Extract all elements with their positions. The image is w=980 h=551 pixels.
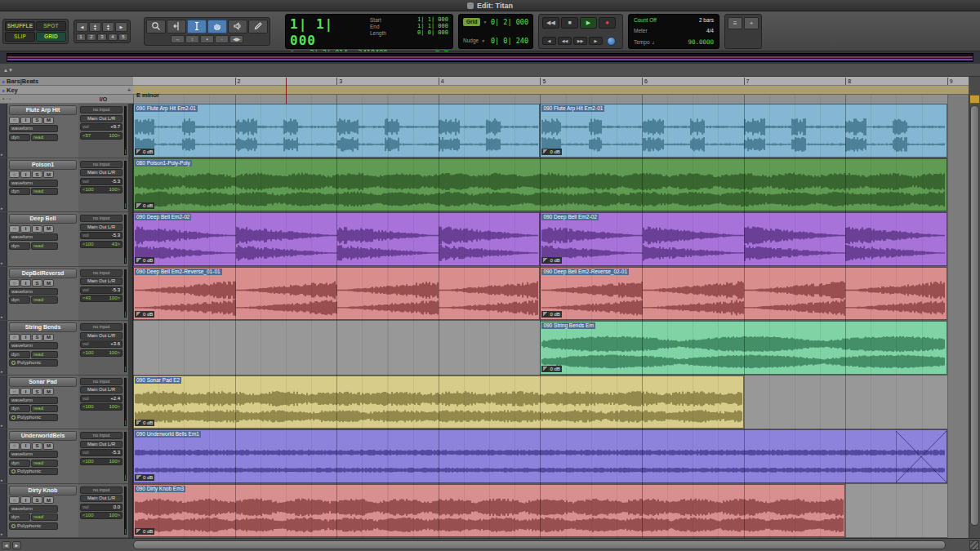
mute-button[interactable]: M <box>43 279 54 287</box>
meter-value[interactable]: 4/4 <box>706 28 714 34</box>
track-lane[interactable]: 090 Deep Bell Em2-Reverse_01-010 dB090 D… <box>133 267 947 322</box>
track-lane[interactable]: 090 Deep Bell Em2-020 dB090 Deep Bell Em… <box>133 212 947 267</box>
track-view-selector[interactable]: waveform <box>9 125 58 132</box>
nudge-value[interactable]: 0| 0| 240 <box>491 37 528 45</box>
record-button[interactable]: ● <box>599 17 616 29</box>
track-expand-arrow[interactable]: ▸ <box>1 369 3 374</box>
dyn-selector[interactable]: dyn <box>9 296 30 304</box>
go-to-start-button[interactable]: ◀ <box>542 37 556 45</box>
tab-to-transient-button[interactable]: ◀▶ <box>229 35 243 43</box>
volume-display[interactable]: vol+2.4 <box>80 395 122 402</box>
timebase-label[interactable]: Bars|Beats <box>7 78 38 85</box>
volume-display[interactable]: vol+9.7 <box>80 123 122 131</box>
selection-start-value[interactable]: 1| 1| 000 <box>417 17 448 23</box>
input-monitor-button[interactable]: I <box>20 225 31 233</box>
audio-clip[interactable]: 090 Deep Bell Em2-Reverse_01-010 dB <box>133 267 540 321</box>
dyn-selector[interactable]: dyn <box>9 242 30 250</box>
pencil-tool-button[interactable] <box>248 20 268 33</box>
automation-mode-selector[interactable]: read <box>31 188 58 195</box>
automation-mode-selector[interactable]: read <box>31 513 58 521</box>
automation-mode-selector[interactable]: read <box>31 460 58 467</box>
volume-display[interactable]: vol-5.3 <box>80 449 122 456</box>
input-monitor-button[interactable]: I <box>20 334 31 341</box>
output-selector[interactable]: Main Out L/R <box>80 441 122 448</box>
input-monitor-button[interactable]: I <box>20 279 31 287</box>
audio-clip[interactable]: 090 Sonar Pad E20 dB <box>133 375 744 429</box>
automation-mode-selector[interactable]: read <box>31 296 58 304</box>
solo-button[interactable]: S <box>32 334 42 341</box>
input-selector[interactable]: no input <box>80 378 122 385</box>
record-enable-button[interactable]: ○ <box>9 225 20 233</box>
track-view-selector[interactable]: waveform <box>9 233 58 241</box>
track-expand-arrow[interactable]: ▸ <box>1 260 3 265</box>
output-selector[interactable]: Main Out L/R <box>80 169 122 176</box>
record-enable-button[interactable]: ○ <box>9 279 20 287</box>
input-selector[interactable]: no input <box>80 487 122 494</box>
pan-display[interactable]: <57100> <box>80 132 122 140</box>
mute-button[interactable]: M <box>43 117 54 124</box>
clip-name-label[interactable]: 090 Deep Bell Em2-02 <box>541 214 598 220</box>
zoom-out-button[interactable]: ◀ <box>76 22 88 32</box>
link-track-edit-button[interactable]: ↕ <box>185 35 199 43</box>
subbar-collapse-icon[interactable]: ▲▼ <box>3 68 13 73</box>
record-enable-button[interactable]: ○ <box>9 442 20 450</box>
track-name[interactable]: Poison1 <box>9 160 77 170</box>
audio-zoom-button[interactable]: ▲▼ <box>89 22 101 32</box>
solo-button[interactable]: S <box>32 117 42 124</box>
track-name[interactable]: DepBelReversd <box>9 269 77 278</box>
volume-display[interactable]: vol-5.3 <box>80 287 122 294</box>
toolbar-extra-button-2[interactable]: + <box>744 17 759 29</box>
stop-button[interactable]: ■ <box>561 17 578 29</box>
bars-ruler[interactable]: 23456789 <box>133 77 969 86</box>
track-name[interactable]: Deep Bell <box>9 214 77 224</box>
track-name[interactable]: UnderworldBels <box>9 431 77 441</box>
track-lane[interactable]: 080 Poison1-Poly-Poly0 dB <box>133 158 947 213</box>
dyn-selector[interactable]: dyn <box>9 188 30 195</box>
track-view-selector[interactable]: waveform <box>9 288 58 295</box>
clip-name-label[interactable]: 090 Deep Bell Em2-Reverse_02-01 <box>541 269 629 275</box>
output-selector[interactable]: Main Out L/R <box>80 278 122 285</box>
track-expand-arrow[interactable]: ▸ <box>1 314 3 319</box>
input-selector[interactable]: no input <box>80 106 122 113</box>
audio-clip[interactable]: 090 Underworld Bells Em10 dB <box>133 429 947 483</box>
trim-tool-button[interactable] <box>167 20 186 33</box>
solo-button[interactable]: S <box>32 388 42 395</box>
selection-length-value[interactable]: 0| 0| 000 <box>417 30 448 36</box>
return-to-zero-button[interactable]: ◀◀ <box>542 17 559 29</box>
grid-value[interactable]: 0| 2| 000 <box>491 18 528 26</box>
universe-strip[interactable] <box>7 53 973 62</box>
volume-display[interactable]: vol+3.6 <box>80 340 122 348</box>
pan-display[interactable]: <100100> <box>80 458 122 465</box>
grid-value-button[interactable]: Grid <box>463 18 480 26</box>
elastic-audio-selector[interactable]: Polyphonic <box>9 522 58 530</box>
automation-mode-selector[interactable]: read <box>31 405 58 412</box>
grabber-tool-button[interactable] <box>207 20 227 33</box>
mirror-midi-button[interactable]: ◦ <box>215 35 229 43</box>
scroll-right-button[interactable]: ▶ <box>12 541 21 549</box>
play-button[interactable]: ▶ <box>580 17 597 29</box>
pan-display[interactable]: <100100> <box>80 512 122 519</box>
record-enable-button[interactable]: ○ <box>9 388 20 395</box>
rewind-button[interactable]: ◀◀ <box>558 37 572 45</box>
track-view-selector[interactable]: waveform <box>9 342 58 349</box>
track-view-selector[interactable]: waveform <box>9 451 58 458</box>
dyn-selector[interactable]: dyn <box>9 513 30 521</box>
key-ruler-label[interactable]: Key <box>7 87 18 94</box>
nudge-dropdown-arrow[interactable]: ▼ <box>481 38 485 43</box>
clip-name-label[interactable]: 090 Underworld Bells Em1 <box>135 431 201 438</box>
dyn-selector[interactable]: dyn <box>9 351 30 358</box>
solo-button[interactable]: S <box>32 225 42 233</box>
insertion-follows-playback-button[interactable]: ▪ <box>200 35 214 43</box>
midi-zoom-button[interactable]: ▲▼ <box>102 22 114 32</box>
record-enable-button[interactable]: ○ <box>9 171 20 178</box>
track-lane[interactable]: 090 Flute Arp Hit Em2-010 dB090 Flute Ar… <box>133 104 947 158</box>
input-monitor-button[interactable]: I <box>20 442 31 450</box>
track-view-selector[interactable]: waveform <box>9 505 58 513</box>
clip-name-label[interactable]: 090 Flute Arp Hit Em2-01 <box>541 105 604 112</box>
grid-dropdown-arrow[interactable]: ▼ <box>483 20 487 24</box>
volume-display[interactable]: vol-5.3 <box>80 178 122 185</box>
clip-name-label[interactable]: 090 Deep Bell Em2-Reverse_01-01 <box>135 269 222 275</box>
mode-grid-button[interactable]: GRID <box>36 32 66 42</box>
audio-clip[interactable]: 090 Deep Bell Em2-Reverse_02-010 dB <box>540 267 947 321</box>
dyn-selector[interactable]: dyn <box>9 134 30 141</box>
